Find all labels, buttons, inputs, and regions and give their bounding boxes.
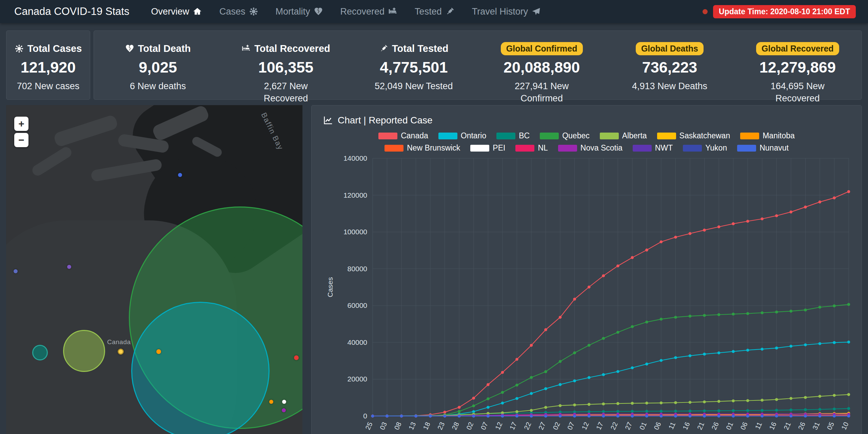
stat-value: 9,025 bbox=[94, 59, 222, 76]
map-island bbox=[30, 145, 73, 178]
stat-label: Total Tested bbox=[392, 43, 449, 54]
svg-text:13: 13 bbox=[407, 421, 417, 431]
svg-text:23: 23 bbox=[436, 421, 446, 431]
nav-recovered-label: Recovered bbox=[340, 6, 385, 17]
heart-broken-icon bbox=[314, 7, 323, 16]
svg-text:26: 26 bbox=[710, 421, 720, 431]
svg-text:27: 27 bbox=[624, 421, 633, 431]
home-icon bbox=[193, 7, 202, 16]
legend-swatch bbox=[438, 133, 457, 139]
cases-chart[interactable]: 2503081318232802071217222702071217222701… bbox=[312, 156, 862, 434]
map-dot-yukon[interactable] bbox=[14, 269, 18, 273]
map-bubble-ontario[interactable] bbox=[131, 302, 270, 434]
stat-global-deaths: Global Deaths 736,223 4,913 New Deaths bbox=[606, 42, 733, 99]
virus-icon bbox=[249, 7, 258, 16]
nav-cases-label: Cases bbox=[219, 6, 245, 17]
legend-label: Nova Scotia bbox=[580, 143, 623, 153]
legend-item-alberta[interactable]: Alberta bbox=[600, 131, 647, 140]
stat-value: 4,775,501 bbox=[350, 59, 478, 76]
nav-overview-label: Overview bbox=[151, 6, 189, 17]
svg-text:11: 11 bbox=[754, 421, 764, 430]
global-confirmed-badge: Global Confirmed bbox=[501, 42, 583, 55]
legend-label: Alberta bbox=[622, 131, 647, 140]
legend-item-ontario[interactable]: Ontario bbox=[438, 131, 486, 140]
legend-item-quebec[interactable]: Quebec bbox=[540, 131, 590, 140]
map[interactable]: Baffin Bay Canada + − bbox=[6, 105, 302, 434]
svg-text:100000: 100000 bbox=[343, 228, 367, 236]
legend-item-canada[interactable]: Canada bbox=[378, 131, 428, 140]
dashboard: Canada COVID-19 Stats Overview Cases Mor… bbox=[0, 0, 868, 434]
stat-sub: 52,049 New Tested bbox=[371, 80, 456, 93]
chart-line-icon bbox=[323, 115, 333, 125]
nav-right: Update Time: 2020-08-10 21:00 EDT bbox=[703, 5, 856, 18]
legend-item-bc[interactable]: BC bbox=[496, 131, 530, 140]
map-dot-nunavut[interactable] bbox=[178, 173, 182, 177]
map-dot-nwt[interactable] bbox=[67, 265, 71, 269]
stat-sub: 4,913 New Deaths bbox=[627, 80, 712, 93]
legend-label: Quebec bbox=[562, 131, 590, 140]
chart-card: Chart | Reported Case CanadaOntarioBCQue… bbox=[311, 105, 862, 434]
nav-travel-history[interactable]: Travel History bbox=[472, 6, 541, 17]
map-dot-pei[interactable] bbox=[282, 400, 286, 404]
svg-text:07: 07 bbox=[566, 421, 576, 431]
map-dot-quebec-city[interactable] bbox=[294, 355, 299, 360]
app-title[interactable]: Canada COVID-19 Stats bbox=[14, 5, 129, 18]
nav-cases[interactable]: Cases bbox=[219, 6, 258, 17]
legend-item-pei[interactable]: PEI bbox=[470, 143, 505, 153]
chart-header: Chart | Reported Case bbox=[312, 113, 862, 128]
map-dot-nova-scotia[interactable] bbox=[282, 408, 286, 412]
legend-item-new-brunswick[interactable]: New Brunswick bbox=[384, 143, 460, 153]
zoom-out-button[interactable]: − bbox=[14, 133, 28, 147]
map-zoom-control: + − bbox=[14, 117, 28, 147]
stats-row: Total Cases 121,920 702 New cases Total … bbox=[6, 31, 862, 100]
chart-title: Chart | Reported Case bbox=[338, 115, 433, 126]
legend-swatch bbox=[378, 133, 397, 139]
map-island bbox=[91, 158, 163, 182]
stat-sub: 164,695 New Recovered bbox=[755, 80, 840, 104]
main-row: Baffin Bay Canada + − Chart | Reported C… bbox=[6, 105, 862, 434]
svg-text:02: 02 bbox=[465, 421, 475, 431]
zoom-in-button[interactable]: + bbox=[14, 117, 28, 131]
map-dot-new-brunswick[interactable] bbox=[269, 400, 273, 404]
svg-text:05: 05 bbox=[826, 421, 835, 431]
map-dot-saskatchewan[interactable] bbox=[118, 349, 124, 355]
legend-row-2: New BrunswickPEINLNova ScotiaNWTYukonNun… bbox=[312, 143, 862, 153]
svg-text:21: 21 bbox=[782, 421, 792, 431]
legend-label: Nunavut bbox=[760, 143, 789, 153]
nav-links: Overview Cases Mortality Recovered Teste… bbox=[151, 6, 540, 17]
legend-item-nwt[interactable]: NWT bbox=[633, 143, 673, 153]
legend-swatch bbox=[496, 133, 515, 139]
nav-travel-history-label: Travel History bbox=[472, 6, 528, 17]
legend-item-manitoba[interactable]: Manitoba bbox=[740, 131, 795, 140]
legend-swatch bbox=[470, 145, 489, 152]
map-island bbox=[53, 114, 119, 148]
svg-text:27: 27 bbox=[537, 421, 547, 431]
legend-swatch bbox=[633, 145, 652, 152]
legend-item-yukon[interactable]: Yukon bbox=[683, 143, 727, 153]
stat-label: Total Cases bbox=[27, 43, 82, 54]
svg-text:08: 08 bbox=[393, 421, 402, 431]
svg-text:17: 17 bbox=[595, 421, 605, 431]
legend-label: New Brunswick bbox=[407, 143, 460, 153]
nav-overview[interactable]: Overview bbox=[151, 6, 202, 17]
legend-item-saskatchewan[interactable]: Saskatchewan bbox=[657, 131, 730, 140]
legend-label: NWT bbox=[655, 143, 673, 153]
svg-text:18: 18 bbox=[421, 421, 431, 431]
stats-panel-card: Total Death 9,025 6 New deaths Total Rec… bbox=[94, 31, 862, 100]
legend-label: Ontario bbox=[461, 131, 486, 140]
nav-mortality[interactable]: Mortality bbox=[276, 6, 323, 17]
legend-item-nunavut[interactable]: Nunavut bbox=[737, 143, 789, 153]
status-dot bbox=[703, 9, 708, 14]
total-cases-heading: Total Cases bbox=[6, 42, 90, 55]
stat-heading: Total Death bbox=[94, 42, 222, 55]
svg-text:16: 16 bbox=[681, 421, 691, 431]
legend-item-nova-scotia[interactable]: Nova Scotia bbox=[558, 143, 623, 153]
map-bubble-alberta[interactable] bbox=[63, 330, 105, 372]
svg-text:22: 22 bbox=[522, 421, 532, 431]
stat-global-confirmed: Global Confirmed 20,088,890 227,941 New … bbox=[478, 42, 606, 99]
nav-recovered[interactable]: Recovered bbox=[340, 6, 397, 17]
legend-item-nl[interactable]: NL bbox=[515, 143, 548, 153]
map-dot-manitoba[interactable] bbox=[156, 349, 161, 354]
map-bubble-bc[interactable] bbox=[32, 345, 48, 360]
nav-tested[interactable]: Tested bbox=[415, 6, 454, 17]
